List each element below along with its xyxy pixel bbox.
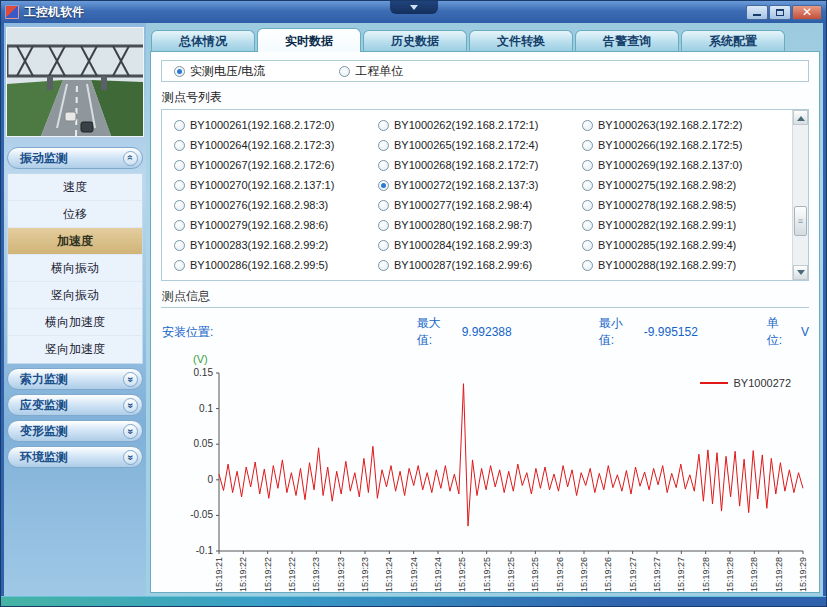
point-label: BY1000269(192.168.2.137:0) bbox=[598, 159, 742, 171]
radio-icon bbox=[582, 120, 593, 131]
point-radio-option[interactable]: BY1000277(192.168.2.98:4) bbox=[378, 195, 582, 215]
titlebar[interactable]: 工控机软件 ✕ bbox=[1, 1, 826, 23]
point-radio-option[interactable]: BY1000285(192.168.2.99:4) bbox=[582, 235, 786, 255]
sidebar-item-lateral-vibration[interactable]: 横向振动 bbox=[8, 255, 142, 282]
point-radio-option[interactable]: BY1000264(192.168.2.172:3) bbox=[174, 135, 378, 155]
radio-icon bbox=[378, 160, 389, 171]
point-label: BY1000261(192.168.2.172:0) bbox=[190, 119, 334, 131]
radio-engineering-unit[interactable]: 工程单位 bbox=[339, 63, 403, 80]
section-header-strain[interactable]: 应变监测» bbox=[7, 394, 143, 416]
section-header-environment[interactable]: 环境监测» bbox=[7, 446, 143, 468]
point-radio-option[interactable]: BY1000266(192.168.2.172:5) bbox=[582, 135, 786, 155]
point-radio-option[interactable]: BY1000265(192.168.2.172:4) bbox=[378, 135, 582, 155]
point-radio-option[interactable]: BY1000280(192.168.2.98:7) bbox=[378, 215, 582, 235]
radio-icon bbox=[378, 200, 389, 211]
radio-icon bbox=[174, 140, 185, 151]
point-radio-option[interactable]: BY1000270(192.168.2.137:1) bbox=[174, 175, 378, 195]
scroll-down-button[interactable] bbox=[793, 265, 808, 280]
scrollbar-thumb[interactable]: ≡ bbox=[794, 206, 807, 236]
svg-text:15:19:25: 15:19:25 bbox=[457, 557, 467, 592]
point-radio-option[interactable]: BY1000278(192.168.2.98:5) bbox=[582, 195, 786, 215]
point-radio-option[interactable]: BY1000287(192.168.2.99:6) bbox=[378, 255, 582, 275]
point-radio-option[interactable]: BY1000268(192.168.2.172:7) bbox=[378, 155, 582, 175]
section-header-deformation[interactable]: 变形监测» bbox=[7, 420, 143, 442]
maximize-icon bbox=[776, 9, 784, 16]
point-label: BY1000266(192.168.2.172:5) bbox=[598, 139, 742, 151]
sidebar-item-displacement[interactable]: 位移 bbox=[8, 201, 142, 228]
chevron-down-icon bbox=[410, 5, 418, 10]
sidebar-item-vertical-acceleration[interactable]: 竖向加速度 bbox=[8, 336, 142, 363]
point-radio-option[interactable]: BY1000262(192.168.2.172:1) bbox=[378, 115, 582, 135]
point-radio-option[interactable]: BY1000279(192.168.2.98:6) bbox=[174, 215, 378, 235]
arrow-up-icon bbox=[797, 112, 805, 121]
max-value: 9.992388 bbox=[462, 325, 547, 339]
expand-chevron-icon[interactable]: » bbox=[123, 398, 138, 413]
expand-chevron-icon[interactable]: » bbox=[123, 424, 138, 439]
svg-text:15:19:24: 15:19:24 bbox=[433, 557, 443, 592]
svg-text:15:19:25: 15:19:25 bbox=[506, 557, 516, 592]
tab-alarm-query[interactable]: 告警查询 bbox=[575, 30, 679, 51]
tab-history-data[interactable]: 历史数据 bbox=[363, 30, 467, 51]
radio-icon bbox=[582, 180, 593, 191]
close-button[interactable]: ✕ bbox=[792, 5, 822, 20]
section-label: 环境监测 bbox=[20, 449, 123, 466]
min-value: -9.995152 bbox=[644, 325, 715, 339]
sidebar-item-speed[interactable]: 速度 bbox=[8, 174, 142, 201]
radio-icon bbox=[174, 220, 185, 231]
tab-file-convert[interactable]: 文件转换 bbox=[469, 30, 573, 51]
point-label: BY1000276(192.168.2.98:3) bbox=[190, 199, 328, 211]
point-radio-option[interactable]: BY1000282(192.168.2.99:1) bbox=[582, 215, 786, 235]
tab-system-config[interactable]: 系统配置 bbox=[681, 30, 785, 51]
point-list: BY1000261(192.168.2.172:0)BY1000262(192.… bbox=[161, 109, 809, 281]
svg-text:15:19:28: 15:19:28 bbox=[725, 557, 735, 592]
sidebar-item-lateral-acceleration[interactable]: 横向加速度 bbox=[8, 309, 142, 336]
point-label: BY1000288(192.168.2.99:7) bbox=[598, 259, 736, 271]
point-label: BY1000284(192.168.2.99:3) bbox=[394, 239, 532, 251]
point-radio-option[interactable]: BY1000283(192.168.2.99:2) bbox=[174, 235, 378, 255]
expand-chevron-icon[interactable]: » bbox=[123, 372, 138, 387]
point-radio-option[interactable]: BY1000263(192.168.2.172:2) bbox=[582, 115, 786, 135]
point-radio-option[interactable]: BY1000275(192.168.2.98:2) bbox=[582, 175, 786, 195]
point-radio-option[interactable]: BY1000269(192.168.2.137:0) bbox=[582, 155, 786, 175]
point-radio-option[interactable]: BY1000276(192.168.2.98:3) bbox=[174, 195, 378, 215]
point-label: BY1000268(192.168.2.172:7) bbox=[394, 159, 538, 171]
minimize-button[interactable] bbox=[746, 5, 768, 20]
radio-icon bbox=[378, 240, 389, 251]
titlebar-chevron-button[interactable] bbox=[390, 1, 438, 14]
section-header-cable-force[interactable]: 索力监测» bbox=[7, 368, 143, 390]
sidebar-item-vertical-vibration[interactable]: 竖向振动 bbox=[8, 282, 142, 309]
svg-text:15:19:21: 15:19:21 bbox=[214, 557, 224, 592]
point-radio-option[interactable]: BY1000284(192.168.2.99:3) bbox=[378, 235, 582, 255]
svg-text:15:19:22: 15:19:22 bbox=[263, 557, 273, 592]
svg-text:15:19:24: 15:19:24 bbox=[409, 557, 419, 592]
point-radio-option[interactable]: BY1000288(192.168.2.99:7) bbox=[582, 255, 786, 275]
expand-chevron-icon[interactable]: » bbox=[123, 450, 138, 465]
maximize-button[interactable] bbox=[769, 5, 791, 20]
point-list-scrollbar[interactable]: ≡ bbox=[792, 110, 808, 280]
scroll-up-button[interactable] bbox=[793, 110, 808, 125]
svg-text:15:19:27: 15:19:27 bbox=[652, 557, 662, 592]
radio-icon bbox=[174, 120, 185, 131]
point-radio-option[interactable]: BY1000272(192.168.2.137:3) bbox=[378, 175, 582, 195]
svg-text:15:19:29: 15:19:29 bbox=[798, 557, 808, 592]
sidebar: 振动监测»速度位移加速度横向振动竖向振动横向加速度竖向加速度索力监测»应变监测»… bbox=[4, 23, 146, 596]
collapse-chevron-icon[interactable]: » bbox=[123, 151, 138, 166]
tab-realtime-data[interactable]: 实时数据 bbox=[257, 28, 361, 52]
sidebar-item-acceleration[interactable]: 加速度 bbox=[8, 228, 142, 255]
svg-text:15:19:25: 15:19:25 bbox=[482, 557, 492, 592]
scrollbar-track[interactable]: ≡ bbox=[793, 125, 808, 265]
content-panel: 实测电压/电流工程单位 测点号列表 BY1000261(192.168.2.17… bbox=[150, 51, 820, 593]
radio-measured-voltage-current[interactable]: 实测电压/电流 bbox=[174, 63, 265, 80]
point-radio-option[interactable]: BY1000261(192.168.2.172:0) bbox=[174, 115, 378, 135]
radio-icon bbox=[378, 260, 389, 271]
divider bbox=[161, 307, 809, 308]
section-header-vibration[interactable]: 振动监测» bbox=[7, 147, 143, 169]
point-radio-option[interactable]: BY1000267(192.168.2.172:6) bbox=[174, 155, 378, 175]
radio-icon bbox=[582, 200, 593, 211]
tab-overview[interactable]: 总体情况 bbox=[151, 30, 255, 51]
svg-text:15:19:28: 15:19:28 bbox=[749, 557, 759, 592]
radio-icon bbox=[339, 66, 350, 77]
svg-text:15:19:27: 15:19:27 bbox=[676, 557, 686, 592]
point-radio-option[interactable]: BY1000286(192.168.2.99:5) bbox=[174, 255, 378, 275]
point-label: BY1000277(192.168.2.98:4) bbox=[394, 199, 532, 211]
